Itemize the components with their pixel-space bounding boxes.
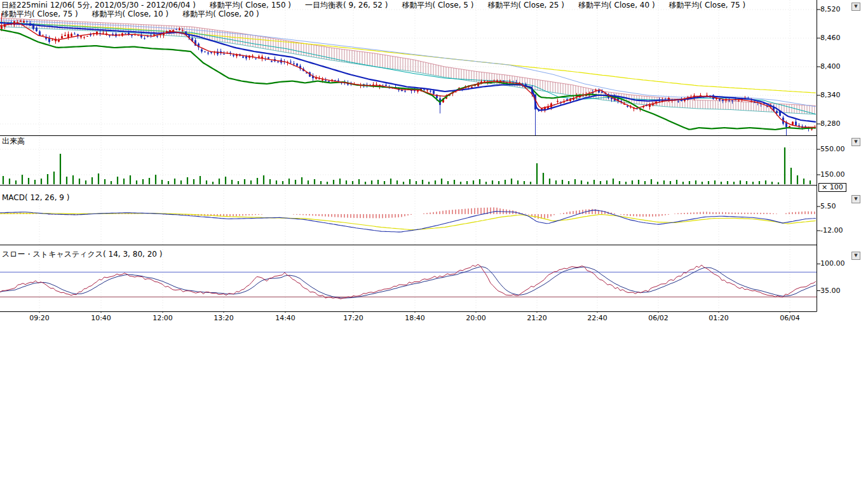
macd-panel-title: MACD( 12, 26, 9 ) bbox=[2, 194, 69, 202]
stoch-panel bbox=[0, 264, 817, 299]
y-axis-label: -12.00 bbox=[820, 227, 850, 234]
indicator-label[interactable]: 移動平均( Close, 20 ) bbox=[182, 10, 259, 18]
price-panel bbox=[0, 13, 816, 148]
x-axis-label: 13:20 bbox=[205, 315, 243, 322]
y-axis-label: 100.00 bbox=[820, 260, 850, 268]
macd-series bbox=[0, 214, 816, 230]
scroll-down-button-volume[interactable]: ▼ bbox=[851, 138, 860, 146]
x-axis-label: 10:40 bbox=[82, 315, 120, 322]
indicator-label[interactable]: 移動平均( Close, 5 ) bbox=[402, 1, 473, 10]
volume-panel bbox=[3, 147, 810, 184]
x-axis-label: 20:00 bbox=[457, 315, 495, 322]
indicator-header-row-2: 移動平均( Close, 75 )移動平均( Close, 10 )移動平均( … bbox=[1, 10, 745, 18]
x-axis-label: 09:20 bbox=[20, 315, 58, 322]
chart-app: 日経225mini 12/06( 5分, 2012/05/30 - 2012/0… bbox=[0, 0, 868, 488]
x-axis-label: 01:20 bbox=[700, 315, 738, 322]
volume-multiplier-badge: × 100 bbox=[818, 183, 846, 192]
y-axis-label: 8,400 bbox=[820, 63, 850, 71]
y-axis-label: 8,340 bbox=[820, 92, 850, 99]
x-axis-label: 14:40 bbox=[266, 315, 304, 322]
macd-panel bbox=[0, 207, 816, 232]
y-axis-label: 8,280 bbox=[820, 120, 850, 128]
stoch-panel-title: スロー・ストキャスティクス( 14, 3, 80, 20 ) bbox=[2, 250, 162, 259]
stoch-d-line bbox=[0, 267, 816, 298]
indicator-label[interactable]: 移動平均( Close, 25 ) bbox=[487, 1, 564, 10]
indicator-header-row-1: 日経225mini 12/06( 5分, 2012/05/30 - 2012/0… bbox=[1, 1, 745, 10]
scroll-down-button-stoch[interactable]: ▼ bbox=[851, 252, 860, 260]
y-axis-label: 550.00 bbox=[820, 146, 850, 153]
x-axis-label: 06/02 bbox=[639, 315, 677, 322]
indicator-label[interactable]: 移動平均( Close, 150 ) bbox=[210, 1, 291, 10]
scroll-down-button-price[interactable]: ▼ bbox=[851, 3, 860, 11]
y-axis-label: 5.50 bbox=[820, 203, 850, 210]
indicator-label[interactable]: 一目均衡表( 9, 26, 52 ) bbox=[305, 1, 388, 10]
indicator-label[interactable]: 移動平均( Close, 75 ) bbox=[1, 10, 78, 18]
y-axis-label: 150.00 bbox=[820, 171, 850, 179]
indicator-label[interactable]: 日経225mini 12/06( 5分, 2012/05/30 - 2012/0… bbox=[1, 1, 196, 10]
ma-line-75 bbox=[0, 30, 816, 130]
indicator-header: 日経225mini 12/06( 5分, 2012/05/30 - 2012/0… bbox=[1, 1, 745, 18]
indicator-label[interactable]: 移動平均( Close, 10 ) bbox=[92, 10, 169, 18]
x-axis-label: 06/04 bbox=[771, 315, 809, 322]
stoch-k-line bbox=[0, 264, 816, 299]
volume-panel-title: 出来高 bbox=[2, 137, 25, 146]
y-axis-label: 8,460 bbox=[820, 34, 850, 42]
y-axis-label: 35.00 bbox=[820, 287, 850, 295]
x-axis-label: 22:40 bbox=[578, 315, 616, 322]
x-axis-label: 18:40 bbox=[396, 315, 434, 322]
indicator-label[interactable]: 移動平均( Close, 40 ) bbox=[578, 1, 655, 10]
chart-canvas[interactable] bbox=[0, 0, 868, 313]
scroll-down-button-macd[interactable]: ▼ bbox=[851, 195, 860, 203]
x-axis-label: 17:20 bbox=[334, 315, 372, 322]
y-axis-label: 8,520 bbox=[820, 6, 850, 13]
ma-line-5 bbox=[0, 23, 816, 127]
x-axis-label: 21:20 bbox=[518, 315, 556, 322]
x-axis-label: 12:00 bbox=[144, 315, 182, 322]
indicator-label[interactable]: 移動平均( Close, 75 ) bbox=[669, 1, 746, 10]
